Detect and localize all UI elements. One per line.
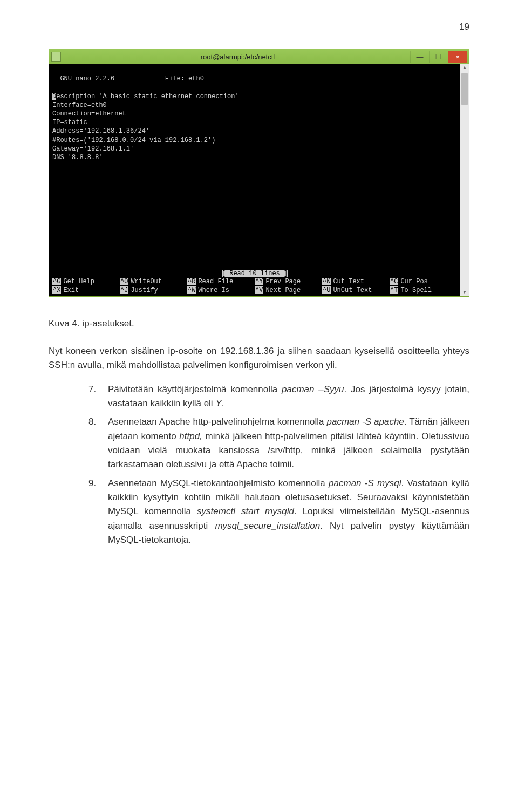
shortcut-label: Prev Page	[265, 278, 301, 285]
scroll-up-icon[interactable]: ▲	[460, 64, 469, 72]
putty-icon	[51, 52, 61, 62]
list-marker: 9.	[88, 476, 108, 548]
shortcut-label: Get Help	[63, 278, 94, 285]
list-item: 7.Päivitetään käyttöjärjestelmä komennol…	[88, 383, 469, 411]
maximize-button[interactable]: ❐	[429, 51, 448, 63]
nano-shortcuts: ^GGet Help^OWriteOut^RRead File^YPrev Pa…	[49, 277, 460, 296]
nano-shortcut: ^KCut Text	[322, 277, 390, 286]
shortcut-key: ^T	[390, 286, 398, 294]
window-titlebar: root@alarmpi:/etc/netctl — ❐ ×	[49, 49, 469, 64]
nano-shortcut: ^OWriteOut	[120, 277, 187, 286]
terminal-content: GNU nano 2.2.6 File: eth0 Description='A…	[49, 66, 469, 179]
nano-shortcut: ^CCur Pos	[390, 277, 457, 286]
list-marker: 7.	[88, 383, 108, 411]
shortcut-label: Read File	[198, 278, 233, 285]
scroll-down-icon[interactable]: ▼	[460, 289, 469, 296]
list-content: Asennetaan Apache http-palvelinohjelma k…	[108, 415, 469, 472]
shortcut-key: ^W	[187, 286, 196, 294]
shortcut-label: Cut Text	[333, 278, 364, 285]
shortcut-key: ^R	[187, 278, 196, 285]
shortcut-label: Exit	[63, 286, 79, 294]
shortcut-label: Where Is	[198, 286, 229, 294]
minimize-button[interactable]: —	[410, 51, 429, 63]
page-number: 19	[49, 22, 469, 32]
document-page: 19 root@alarmpi:/etc/netctl — ❐ × GNU na…	[0, 0, 518, 584]
shortcut-key: ^Y	[255, 278, 263, 285]
nano-shortcut: ^TTo Spell	[390, 286, 457, 295]
scroll-thumb[interactable]	[461, 73, 468, 105]
nano-file-lines: Description='A basic static ethernet con…	[52, 93, 239, 161]
terminal-area[interactable]: GNU nano 2.2.6 File: eth0 Description='A…	[49, 64, 469, 296]
nano-shortcut: ^JJustify	[120, 286, 187, 295]
shortcut-key: ^G	[52, 278, 61, 285]
list-item: 8.Asennetaan Apache http-palvelinohjelma…	[88, 415, 469, 472]
nano-shortcut: ^RRead File	[187, 277, 255, 286]
window-buttons: — ❐ ×	[410, 51, 467, 63]
shortcut-label: Cur Pos	[400, 278, 427, 285]
shortcut-key: ^C	[390, 278, 398, 285]
window-title: root@alarmpi:/etc/netctl	[65, 53, 410, 61]
nano-status: [ Read 10 lines ]	[49, 269, 460, 278]
list-item: 9.Asennetaan MySQL-tietokantaohjelmisto …	[88, 476, 469, 548]
shortcut-key: ^U	[322, 286, 331, 294]
shortcut-key: ^V	[255, 286, 263, 294]
nano-app: GNU nano 2.2.6	[52, 75, 114, 83]
figure-caption: Kuva 4. ip-asetukset.	[49, 318, 469, 329]
shortcut-key: ^K	[322, 278, 331, 285]
shortcut-key: ^X	[52, 286, 61, 294]
nano-shortcut: ^GGet Help	[52, 277, 120, 286]
shortcut-key: ^J	[120, 286, 128, 294]
nano-shortcut: ^WWhere Is	[187, 286, 255, 295]
shortcut-label: WriteOut	[131, 278, 162, 285]
shortcut-key: ^O	[120, 278, 128, 285]
nano-shortcut: ^XExit	[52, 286, 120, 295]
shortcut-label: To Spell	[400, 286, 432, 294]
shortcut-label: Next Page	[265, 286, 301, 294]
shortcut-label: Justify	[131, 286, 158, 294]
nano-header: GNU nano 2.2.6 File: eth0	[52, 75, 204, 83]
scrollbar[interactable]: ▲ ▼	[460, 64, 469, 296]
nano-shortcut: ^VNext Page	[255, 286, 322, 295]
list-content: Päivitetään käyttöjärjestelmä komennolla…	[108, 383, 469, 411]
shortcut-label: UnCut Text	[333, 286, 372, 294]
numbered-list: 7.Päivitetään käyttöjärjestelmä komennol…	[49, 383, 469, 548]
nano-file: File: eth0	[165, 75, 204, 83]
terminal-window: root@alarmpi:/etc/netctl — ❐ × GNU nano …	[49, 49, 469, 297]
nano-shortcut: ^UUnCut Text	[322, 286, 390, 295]
list-marker: 8.	[88, 415, 108, 472]
close-button[interactable]: ×	[448, 51, 467, 63]
nano-shortcut: ^YPrev Page	[255, 277, 322, 286]
intro-paragraph: Nyt koneen verkon sisäinen ip-osoite on …	[49, 344, 469, 373]
list-content: Asennetaan MySQL-tietokantaohjelmisto ko…	[108, 476, 469, 548]
